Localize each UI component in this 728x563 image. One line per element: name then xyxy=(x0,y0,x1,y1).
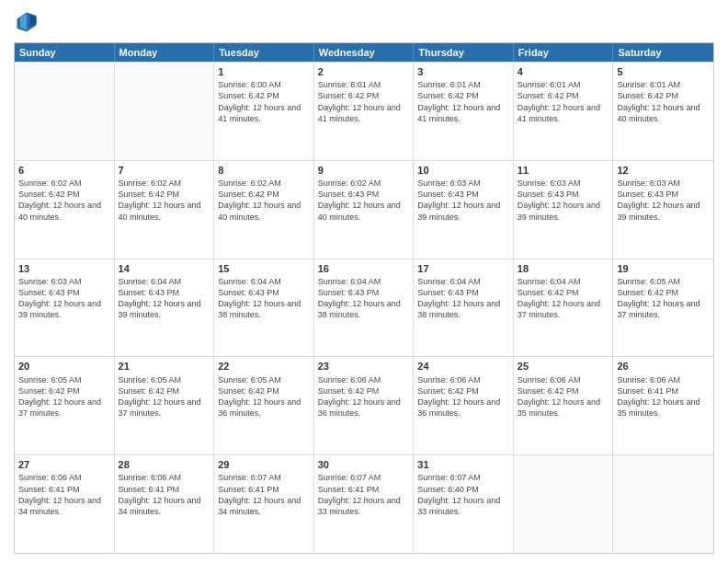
calendar-cell: 3Sunrise: 6:01 AM Sunset: 6:42 PM Daylig… xyxy=(414,63,514,160)
calendar-cell: 11Sunrise: 6:03 AM Sunset: 6:43 PM Dayli… xyxy=(514,161,614,259)
day-number: 13 xyxy=(18,262,110,275)
cell-info: Sunrise: 6:01 AM Sunset: 6:42 PM Dayligh… xyxy=(417,79,509,124)
day-number: 20 xyxy=(18,360,110,373)
calendar-cell: 6Sunrise: 6:02 AM Sunset: 6:42 PM Daylig… xyxy=(15,161,115,259)
cell-info: Sunrise: 6:06 AM Sunset: 6:42 PM Dayligh… xyxy=(318,374,410,419)
calendar-cell xyxy=(115,63,215,160)
day-number: 6 xyxy=(18,164,110,177)
cell-info: Sunrise: 6:04 AM Sunset: 6:43 PM Dayligh… xyxy=(218,276,310,321)
cell-info: Sunrise: 6:02 AM Sunset: 6:43 PM Dayligh… xyxy=(318,178,410,223)
calendar: SundayMondayTuesdayWednesdayThursdayFrid… xyxy=(14,42,714,554)
calendar-row-4: 20Sunrise: 6:05 AM Sunset: 6:42 PM Dayli… xyxy=(15,356,713,454)
calendar-cell: 4Sunrise: 6:01 AM Sunset: 6:42 PM Daylig… xyxy=(514,63,614,160)
cell-info: Sunrise: 6:00 AM Sunset: 6:42 PM Dayligh… xyxy=(218,79,310,124)
calendar-cell: 18Sunrise: 6:04 AM Sunset: 6:42 PM Dayli… xyxy=(514,259,614,357)
day-number: 10 xyxy=(417,164,509,177)
header-day-sunday: Sunday xyxy=(15,43,115,62)
calendar-header: SundayMondayTuesdayWednesdayThursdayFrid… xyxy=(15,43,713,62)
calendar-cell: 21Sunrise: 6:05 AM Sunset: 6:42 PM Dayli… xyxy=(115,357,215,454)
calendar-cell: 5Sunrise: 6:01 AM Sunset: 6:42 PM Daylig… xyxy=(613,63,713,160)
cell-info: Sunrise: 6:03 AM Sunset: 6:43 PM Dayligh… xyxy=(18,276,110,321)
day-number: 22 xyxy=(218,360,310,373)
day-number: 9 xyxy=(318,164,410,177)
calendar-cell: 13Sunrise: 6:03 AM Sunset: 6:43 PM Dayli… xyxy=(15,259,115,357)
calendar-cell: 27Sunrise: 6:06 AM Sunset: 6:41 PM Dayli… xyxy=(15,455,115,553)
calendar-cell: 17Sunrise: 6:04 AM Sunset: 6:43 PM Dayli… xyxy=(414,259,514,357)
day-number: 1 xyxy=(218,65,310,78)
calendar-row-1: 1Sunrise: 6:00 AM Sunset: 6:42 PM Daylig… xyxy=(15,62,713,160)
cell-info: Sunrise: 6:05 AM Sunset: 6:42 PM Dayligh… xyxy=(617,276,710,321)
logo-icon xyxy=(14,9,40,35)
day-number: 15 xyxy=(218,262,310,275)
cell-info: Sunrise: 6:04 AM Sunset: 6:43 PM Dayligh… xyxy=(417,276,509,321)
calendar-row-2: 6Sunrise: 6:02 AM Sunset: 6:42 PM Daylig… xyxy=(15,160,713,259)
day-number: 30 xyxy=(318,458,410,471)
cell-info: Sunrise: 6:06 AM Sunset: 6:41 PM Dayligh… xyxy=(119,472,210,517)
cell-info: Sunrise: 6:02 AM Sunset: 6:42 PM Dayligh… xyxy=(218,178,310,223)
cell-info: Sunrise: 6:05 AM Sunset: 6:42 PM Dayligh… xyxy=(218,374,310,419)
cell-info: Sunrise: 6:06 AM Sunset: 6:42 PM Dayligh… xyxy=(518,374,609,419)
cell-info: Sunrise: 6:02 AM Sunset: 6:42 PM Dayligh… xyxy=(18,178,110,223)
day-number: 7 xyxy=(119,164,210,177)
day-number: 14 xyxy=(119,262,210,275)
calendar-cell xyxy=(15,63,115,160)
calendar-cell: 30Sunrise: 6:07 AM Sunset: 6:41 PM Dayli… xyxy=(314,455,415,553)
header-day-monday: Monday xyxy=(115,43,215,62)
calendar-cell xyxy=(613,455,713,553)
day-number: 21 xyxy=(119,360,210,373)
calendar-cell: 23Sunrise: 6:06 AM Sunset: 6:42 PM Dayli… xyxy=(314,357,415,454)
cell-info: Sunrise: 6:05 AM Sunset: 6:42 PM Dayligh… xyxy=(119,374,210,419)
day-number: 5 xyxy=(617,65,710,78)
calendar-cell: 19Sunrise: 6:05 AM Sunset: 6:42 PM Dayli… xyxy=(613,259,713,357)
calendar-cell: 25Sunrise: 6:06 AM Sunset: 6:42 PM Dayli… xyxy=(514,357,614,454)
day-number: 24 xyxy=(417,360,509,373)
calendar-cell: 1Sunrise: 6:00 AM Sunset: 6:42 PM Daylig… xyxy=(214,63,314,160)
calendar-cell: 14Sunrise: 6:04 AM Sunset: 6:43 PM Dayli… xyxy=(115,259,215,357)
cell-info: Sunrise: 6:01 AM Sunset: 6:42 PM Dayligh… xyxy=(617,79,710,124)
cell-info: Sunrise: 6:07 AM Sunset: 6:41 PM Dayligh… xyxy=(218,472,310,517)
calendar-cell: 29Sunrise: 6:07 AM Sunset: 6:41 PM Dayli… xyxy=(214,455,314,553)
calendar-cell: 10Sunrise: 6:03 AM Sunset: 6:43 PM Dayli… xyxy=(414,161,514,259)
calendar-cell: 12Sunrise: 6:03 AM Sunset: 6:43 PM Dayli… xyxy=(613,161,713,259)
cell-info: Sunrise: 6:05 AM Sunset: 6:42 PM Dayligh… xyxy=(18,374,110,419)
day-number: 29 xyxy=(218,458,310,471)
cell-info: Sunrise: 6:03 AM Sunset: 6:43 PM Dayligh… xyxy=(417,178,509,223)
header-day-tuesday: Tuesday xyxy=(214,43,314,62)
day-number: 28 xyxy=(119,458,210,471)
cell-info: Sunrise: 6:06 AM Sunset: 6:42 PM Dayligh… xyxy=(417,374,509,419)
calendar-cell: 8Sunrise: 6:02 AM Sunset: 6:42 PM Daylig… xyxy=(214,161,314,259)
day-number: 26 xyxy=(617,360,710,373)
day-number: 16 xyxy=(318,262,410,275)
calendar-cell: 20Sunrise: 6:05 AM Sunset: 6:42 PM Dayli… xyxy=(15,357,115,454)
calendar-row-5: 27Sunrise: 6:06 AM Sunset: 6:41 PM Dayli… xyxy=(15,454,713,553)
calendar-cell: 7Sunrise: 6:02 AM Sunset: 6:42 PM Daylig… xyxy=(115,161,215,259)
day-number: 8 xyxy=(218,164,310,177)
day-number: 4 xyxy=(518,65,609,78)
calendar-cell: 22Sunrise: 6:05 AM Sunset: 6:42 PM Dayli… xyxy=(214,357,314,454)
cell-info: Sunrise: 6:04 AM Sunset: 6:42 PM Dayligh… xyxy=(518,276,609,321)
day-number: 19 xyxy=(617,262,710,275)
calendar-cell: 16Sunrise: 6:04 AM Sunset: 6:43 PM Dayli… xyxy=(314,259,415,357)
calendar-cell xyxy=(514,455,614,553)
calendar-cell: 24Sunrise: 6:06 AM Sunset: 6:42 PM Dayli… xyxy=(414,357,514,454)
calendar-body: 1Sunrise: 6:00 AM Sunset: 6:42 PM Daylig… xyxy=(15,62,713,553)
day-number: 17 xyxy=(417,262,509,275)
header-day-friday: Friday xyxy=(514,43,614,62)
cell-info: Sunrise: 6:06 AM Sunset: 6:41 PM Dayligh… xyxy=(18,472,110,517)
day-number: 31 xyxy=(417,458,509,471)
cell-info: Sunrise: 6:04 AM Sunset: 6:43 PM Dayligh… xyxy=(318,276,410,321)
cell-info: Sunrise: 6:04 AM Sunset: 6:43 PM Dayligh… xyxy=(119,276,210,321)
calendar-cell: 26Sunrise: 6:06 AM Sunset: 6:41 PM Dayli… xyxy=(613,357,713,454)
calendar-cell: 2Sunrise: 6:01 AM Sunset: 6:42 PM Daylig… xyxy=(314,63,415,160)
logo xyxy=(14,9,43,35)
cell-info: Sunrise: 6:01 AM Sunset: 6:42 PM Dayligh… xyxy=(518,79,609,124)
cell-info: Sunrise: 6:06 AM Sunset: 6:41 PM Dayligh… xyxy=(617,374,710,419)
calendar-cell: 31Sunrise: 6:07 AM Sunset: 6:40 PM Dayli… xyxy=(414,455,514,553)
day-number: 18 xyxy=(518,262,609,275)
day-number: 12 xyxy=(617,164,710,177)
cell-info: Sunrise: 6:03 AM Sunset: 6:43 PM Dayligh… xyxy=(617,178,710,223)
cell-info: Sunrise: 6:07 AM Sunset: 6:40 PM Dayligh… xyxy=(417,472,509,517)
calendar-cell: 9Sunrise: 6:02 AM Sunset: 6:43 PM Daylig… xyxy=(314,161,415,259)
day-number: 3 xyxy=(417,65,509,78)
header-day-thursday: Thursday xyxy=(414,43,514,62)
